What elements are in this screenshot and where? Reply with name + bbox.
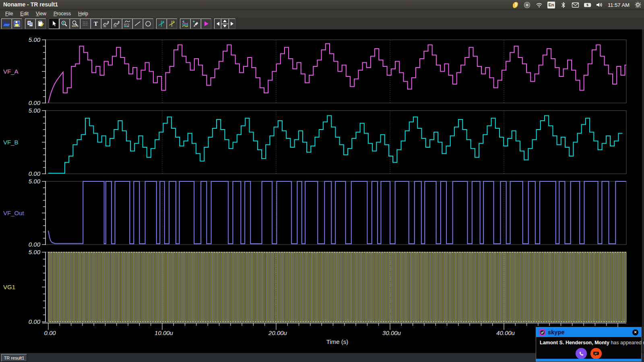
phone-icon — [578, 351, 584, 357]
x-tick-label: 10.00u — [155, 329, 173, 336]
paste-icon — [37, 20, 45, 28]
arrow-right-icon — [230, 21, 234, 26]
menu-view[interactable]: View — [32, 10, 50, 17]
menu-bar: File Edit View Process Help — [0, 10, 644, 18]
svg-text:x: x — [127, 24, 128, 27]
spin-down-button[interactable] — [221, 24, 229, 29]
menu-process[interactable]: Process — [50, 10, 74, 17]
arrow-left-icon — [216, 21, 220, 26]
window-right-edge — [642, 29, 644, 362]
x-tick-label: 30.00u — [382, 329, 401, 336]
y-tick-label-min: 0.00 — [29, 99, 41, 106]
nav-left-button[interactable] — [214, 19, 221, 29]
signal-label-VG1: VG1 — [3, 284, 15, 290]
app-bird-icon[interactable] — [511, 1, 519, 9]
legend-button[interactable]: x — [122, 19, 132, 29]
svg-text:b: b — [173, 20, 175, 23]
panel-VF_B: 5.000.00VF_B — [3, 107, 626, 177]
trace-VF_Out — [48, 181, 626, 244]
skype-notification-header[interactable]: skype ✕ — [536, 327, 641, 337]
scale-curve-query-icon: ? — [113, 20, 121, 28]
system-tray: En 11:57 AM — [511, 0, 642, 10]
skype-message[interactable]: Lamont S. Henderson, Monty has appeared … — [540, 340, 639, 346]
title-bar: Noname - TR result1 En 11:57 AM — [0, 0, 644, 10]
skype-close-icon[interactable]: ✕ — [632, 329, 638, 335]
grid-button[interactable] — [80, 19, 91, 29]
edit-curve-button[interactable] — [190, 19, 201, 29]
menu-edit[interactable]: Edit — [17, 10, 32, 17]
copy-icon — [26, 20, 34, 28]
window-title: Noname - TR result1 — [3, 1, 58, 8]
x-tick-label: 40.00u — [496, 329, 515, 336]
toolbar-file-group — [1, 19, 22, 29]
speaker-icon[interactable] — [596, 1, 603, 9]
open-button[interactable] — [1, 19, 12, 29]
scale-curve-a-button[interactable]: a — [101, 19, 111, 29]
waveform-chart: 5.000.00VF_A5.000.00VF_B5.000.00VF_Out5.… — [0, 29, 644, 353]
menu-help[interactable]: Help — [74, 10, 92, 17]
x-axis-title: Time (s) — [326, 338, 348, 345]
trace-VF_B — [48, 116, 623, 173]
panel-frame — [45, 252, 626, 322]
skype-bottom-strip — [536, 359, 641, 361]
session-gear-icon[interactable] — [634, 1, 642, 9]
battery-icon[interactable] — [584, 1, 591, 9]
paste-button[interactable] — [35, 19, 46, 29]
cursor-a-button[interactable]: a — [156, 19, 167, 29]
y-tick-label-max: 5.00 — [29, 107, 41, 114]
skype-logo: skype — [548, 329, 565, 335]
toolbar-tools-group: 100% T a ? x — [49, 19, 153, 29]
panel-frame — [45, 181, 626, 245]
skype-chat-button[interactable] — [590, 348, 602, 359]
run-button[interactable] — [201, 19, 211, 29]
nav-right-button[interactable] — [229, 19, 235, 29]
keyboard-layout-indicator[interactable]: En — [547, 2, 555, 8]
zoom-100-button[interactable]: 100% — [70, 19, 80, 29]
panel-VF_A: 5.000.00VF_A — [3, 36, 626, 106]
x-tick-label: 20.00u — [268, 329, 287, 336]
text-icon: T — [92, 20, 100, 28]
line-button[interactable] — [132, 19, 143, 29]
panel-frame — [45, 111, 626, 174]
save-button[interactable] — [12, 19, 22, 29]
bluetooth-icon[interactable] — [559, 1, 567, 9]
add-curves-button[interactable] — [180, 19, 190, 29]
skype-call-button[interactable] — [576, 348, 587, 359]
spin-up-button[interactable] — [221, 19, 229, 24]
y-tick-label-min: 0.00 — [29, 241, 41, 248]
trace-VF_A — [48, 43, 626, 103]
y-tick-label-min: 0.00 — [29, 170, 41, 177]
desktop: { "window": { "title": "Noname - TR resu… — [0, 0, 644, 362]
skype-icon — [539, 329, 546, 336]
cursor-arrow-icon — [50, 20, 58, 28]
clock[interactable]: 11:57 AM — [608, 2, 630, 8]
add-curves-icon — [181, 20, 189, 28]
pen-add-icon — [192, 20, 200, 28]
copy-button[interactable] — [25, 19, 35, 29]
wifi-icon[interactable] — [535, 1, 543, 9]
arrow-up-icon — [223, 20, 227, 22]
result-tab[interactable]: TR result1 — [1, 354, 27, 362]
ellipse-button[interactable] — [143, 19, 153, 29]
ellipse-icon — [144, 20, 152, 28]
mail-icon[interactable] — [572, 1, 579, 9]
zoom-in-icon — [60, 20, 68, 28]
volume-knob-icon[interactable] — [523, 1, 531, 9]
skype-contact-name: Lamont S. Henderson, Monty — [540, 340, 609, 346]
svg-text:a: a — [163, 20, 165, 23]
signal-label-VF_A: VF_A — [3, 68, 19, 75]
cursor-b-button[interactable]: b — [167, 19, 177, 29]
text-button[interactable]: T — [91, 19, 101, 29]
arrow-down-icon — [223, 25, 227, 27]
menu-file[interactable]: File — [2, 10, 17, 17]
scale-curve-query-button[interactable]: ? — [111, 19, 122, 29]
panel-VF_Out: 5.000.00VF_Out — [3, 178, 626, 248]
legend-icon: x — [123, 20, 131, 28]
toolbar: 100% T a ? x a b — [0, 18, 644, 29]
grid-dots-icon — [81, 20, 89, 28]
svg-text:100%: 100% — [72, 25, 78, 27]
signal-label-VF_Out: VF_Out — [3, 210, 25, 216]
waveform-plot-area: 5.000.00VF_A5.000.00VF_B5.000.00VF_Out5.… — [0, 29, 644, 353]
select-cursor-button[interactable] — [49, 19, 59, 29]
zoom-in-button[interactable] — [59, 19, 70, 29]
